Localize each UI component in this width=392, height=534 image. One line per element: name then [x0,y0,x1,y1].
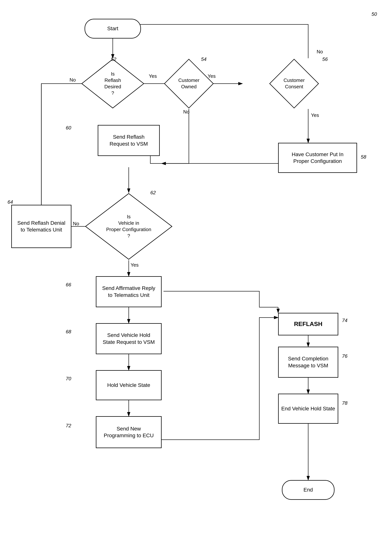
box-58-label: Have Customer Put InProper Configuration [292,151,343,165]
ref-62: 62 [150,190,156,196]
label-54-yes: Yes [208,73,215,79]
box-64-label: Send Reflash Denialto Telematics Unit [17,220,65,233]
ref-68: 68 [66,329,71,335]
ref-64: 64 [8,199,13,205]
ref-72: 72 [66,423,71,429]
ref-52: 52 [111,56,116,62]
box-76-label: Send CompletionMessage to VSM [288,355,328,369]
box-70: Hold Vehicle State [96,370,162,400]
ref-78: 78 [342,400,347,406]
box-72: Send NewProgramming to ECU [96,416,162,448]
label-54-no: No [183,109,189,115]
ref-70: 70 [66,376,71,382]
box-66-label: Send Affirmative Replyto Telematics Unit [102,285,155,299]
ref-56: 56 [322,56,328,62]
end-label: End [303,487,313,493]
ref-74: 74 [342,318,347,323]
diamond-56-label: CustomerConsent [269,58,319,109]
box-60: Send ReflashRequest to VSM [98,125,160,156]
diamond-62-label: IsVehicle inProper Configuration? [84,193,173,260]
box-76: Send CompletionMessage to VSM [278,347,338,378]
ref-76: 76 [342,353,347,359]
box-74: REFLASH [278,313,338,335]
label-62-yes: Yes [131,262,139,268]
diamond-54-label: CustomerOwned [163,58,214,109]
ref-58: 58 [361,154,366,160]
diamond-52-label: IsReflashDesired? [81,58,145,109]
label-56-yes: Yes [311,112,319,118]
label-62-no: No [73,221,79,227]
box-70-label: Hold Vehicle State [107,382,150,389]
box-78-label: End Vehicle Hold State [281,405,335,412]
box-58: Have Customer Put InProper Configuration [278,143,357,173]
start-label: Start [107,25,118,32]
diamond-56: CustomerConsent [269,58,319,109]
label-56-no: No [317,49,323,55]
box-60-label: Send ReflashRequest to VSM [110,134,148,147]
label-52-no: No [70,77,76,83]
end-terminal: End [282,480,335,500]
label-52-yes: Yes [149,73,157,79]
ref-50: 50 [372,11,377,17]
ref-54: 54 [201,56,206,62]
ref-60: 60 [66,125,71,131]
start-terminal: Start [84,19,141,38]
flowchart-diagram: 50 Start IsReflashDesired? 52 CustomerOw… [0,0,392,534]
ref-66: 66 [66,282,71,288]
box-68-label: Send Vehicle HoldState Request to VSM [103,332,155,346]
box-68: Send Vehicle HoldState Request to VSM [96,323,162,354]
box-66: Send Affirmative Replyto Telematics Unit [96,276,162,307]
box-72-label: Send NewProgramming to ECU [104,425,154,439]
diamond-54: CustomerOwned [163,58,214,109]
box-64: Send Reflash Denialto Telematics Unit [11,205,71,248]
box-78: End Vehicle Hold State [278,394,338,424]
diamond-52: IsReflashDesired? [81,58,145,109]
diamond-62: IsVehicle inProper Configuration? [84,193,173,260]
box-74-label: REFLASH [294,320,322,328]
